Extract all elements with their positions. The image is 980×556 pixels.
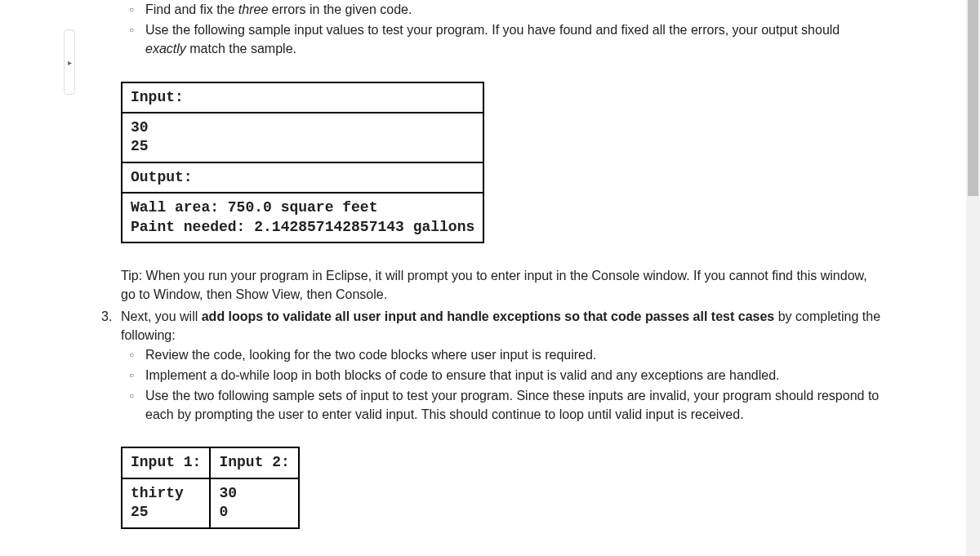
bullet-item: Use the two following sample sets of inp… <box>145 386 882 424</box>
input-label-cell: Input: <box>122 82 483 113</box>
input-samples-table: Input 1: Input 2: thirty 25 30 0 <box>121 447 300 528</box>
text: errors in the given code. <box>268 2 412 16</box>
tip-paragraph: Tip: When you run your program in Eclips… <box>121 266 882 304</box>
bullet-item: Use the following sample input values to… <box>145 20 882 58</box>
think-paragraph: Think: Why is 0 invalid input for this p… <box>121 552 882 556</box>
bullet-item: Find and fix the three errors in the giv… <box>145 0 882 19</box>
input1-cell: thirty 25 <box>122 478 210 528</box>
side-panel-toggle[interactable]: ▸ <box>64 29 75 95</box>
bullet-list-step3: Review the code, looking for the two cod… <box>121 345 882 425</box>
text: Next, you will <box>121 309 202 323</box>
scrollbar-track[interactable] <box>966 0 980 556</box>
output-value-cell: Wall area: 750.0 square feet Paint neede… <box>122 193 483 242</box>
bold-text: add loops to validate all user input and… <box>202 309 775 323</box>
step-3: Next, you will add loops to validate all… <box>96 307 882 345</box>
italic-text: three <box>238 2 268 16</box>
bullet-list-top: Find and fix the three errors in the giv… <box>121 0 882 59</box>
document-content: Find and fix the three errors in the giv… <box>0 0 964 556</box>
input-output-table: Input: 30 25 Output: Wall area: 750.0 sq… <box>121 82 484 243</box>
text: Find and fix the <box>145 2 238 16</box>
scrollbar-thumb[interactable] <box>968 0 978 196</box>
bullet-item: Implement a do-while loop in both blocks… <box>145 366 882 385</box>
input2-header: Input 2: <box>210 447 298 478</box>
text: Use the following sample input values to… <box>145 23 840 37</box>
italic-text: exactly <box>145 42 186 56</box>
output-label-cell: Output: <box>122 162 483 193</box>
input1-header: Input 1: <box>122 447 210 478</box>
input-value-cell: 30 25 <box>122 113 483 162</box>
bullet-item: Review the code, looking for the two cod… <box>145 345 882 364</box>
input2-cell: 30 0 <box>210 478 298 528</box>
text: match the sample. <box>186 42 296 56</box>
